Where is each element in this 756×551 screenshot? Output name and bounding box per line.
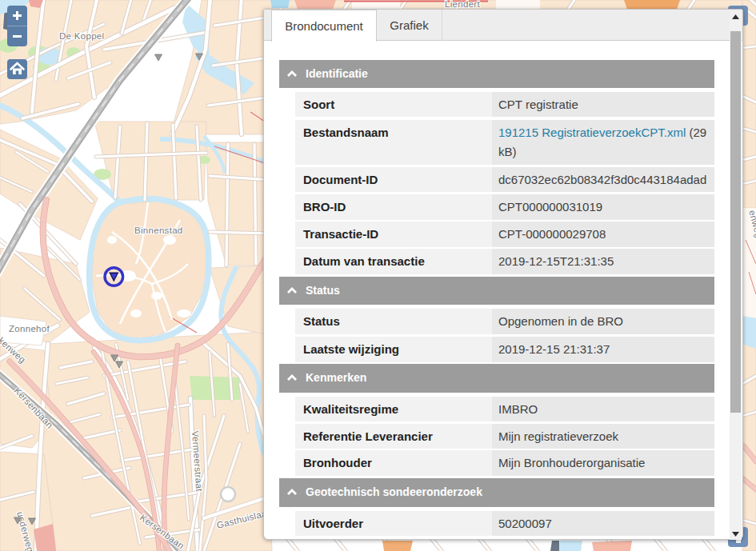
- svg-text:Zonnehof: Zonnehof: [9, 324, 50, 333]
- svg-text:Binnenstad: Binnenstad: [134, 226, 183, 235]
- svg-text:Liendert: Liendert: [445, 0, 480, 9]
- svg-text:De Koppel: De Koppel: [59, 31, 104, 41]
